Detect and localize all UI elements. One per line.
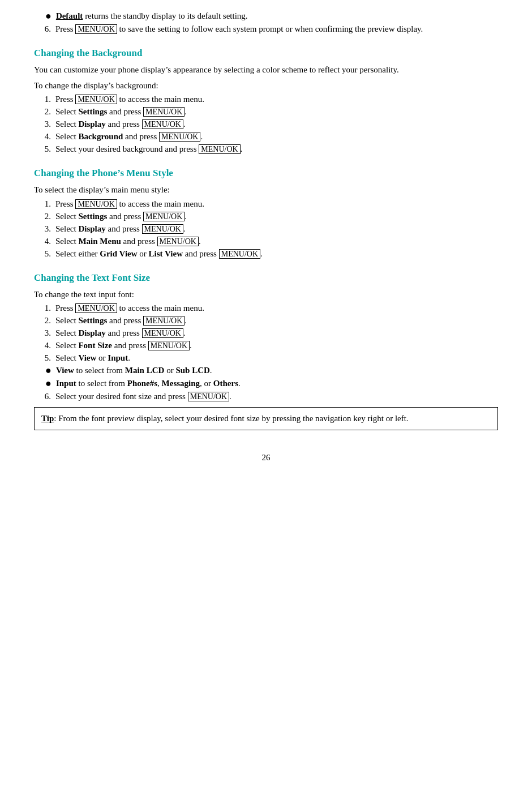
tip-box: Tip: From the font preview display, sele… bbox=[34, 407, 498, 430]
background-step2: 2. Select Settings and press MENU/OK. bbox=[34, 107, 498, 117]
menu-ok-key: MENU/OK bbox=[75, 303, 117, 313]
font-size-bullet-view: ● View to select from Main LCD or Sub LC… bbox=[45, 366, 498, 376]
section-menu-style: Changing the Phone’s Menu Style To selec… bbox=[34, 168, 498, 259]
section-font-size-steps: 1. Press MENU/OK to access the main menu… bbox=[34, 303, 498, 363]
section-background-para1: You can customize your phone display’s a… bbox=[34, 63, 498, 76]
font-size-view-text: View to select from Main LCD or Sub LCD. bbox=[56, 366, 498, 375]
menu-ok-key: MENU/OK bbox=[143, 212, 185, 221]
intro-step6-num: 6. bbox=[34, 24, 51, 34]
font-size-bullet-input: ● Input to select from Phone#s, Messagin… bbox=[45, 379, 498, 389]
font-size-step2: 2. Select Settings and press MENU/OK. bbox=[34, 316, 498, 326]
bullet-dot: ● bbox=[45, 378, 52, 389]
intro-bullet-text: Default returns the standby display to i… bbox=[56, 11, 498, 21]
font-size-step1: 1. Press MENU/OK to access the main menu… bbox=[34, 303, 498, 313]
menu-ok-key: MENU/OK bbox=[142, 328, 183, 338]
menu-ok-key: MENU/OK bbox=[199, 144, 240, 154]
section-menu-style-heading: Changing the Phone’s Menu Style bbox=[34, 168, 498, 179]
background-step3: 3. Select Display and press MENU/OK. bbox=[34, 119, 498, 129]
page-number: 26 bbox=[34, 453, 498, 463]
intro-bullet-default: ● Default returns the standby display to… bbox=[45, 11, 498, 22]
section-menu-style-para1: To select the display’s main menu style: bbox=[34, 183, 498, 196]
menu-ok-key: MENU/OK bbox=[157, 237, 199, 246]
menu-ok-key: MENU/OK bbox=[159, 132, 200, 142]
section-menu-style-steps: 1. Press MENU/OK to access the main menu… bbox=[34, 199, 498, 259]
background-step5: 5. Select your desired background and pr… bbox=[34, 144, 498, 154]
intro-step6: 6. Press MENU/OK to save the setting to … bbox=[34, 24, 498, 34]
bullet-dot: ● bbox=[45, 10, 52, 22]
menu-ok-key: MENU/OK bbox=[143, 316, 185, 326]
font-size-step3: 3. Select Display and press MENU/OK. bbox=[34, 328, 498, 338]
section-font-size-heading: Changing the Text Font Size bbox=[34, 272, 498, 284]
section-font-size-para1: To change the text input font: bbox=[34, 288, 498, 301]
menu-ok-key: MENU/OK bbox=[148, 341, 190, 350]
background-step4: 4. Select Background and press MENU/OK. bbox=[34, 132, 498, 142]
menu-ok-key: MENU/OK bbox=[75, 95, 117, 104]
section-font-size: Changing the Text Font Size To change th… bbox=[34, 272, 498, 430]
menu-ok-key: MENU/OK bbox=[75, 199, 117, 209]
font-size-step5: 5. Select View or Input. bbox=[34, 353, 498, 363]
font-size-input-text: Input to select from Phone#s, Messaging,… bbox=[56, 379, 498, 388]
menu-ok-key: MENU/OK bbox=[219, 249, 260, 259]
background-step1: 1. Press MENU/OK to access the main menu… bbox=[34, 95, 498, 104]
menu-style-step5: 5. Select either Grid View or List View … bbox=[34, 249, 498, 259]
menu-ok-key: MENU/OK bbox=[75, 24, 117, 34]
section-background-steps: 1. Press MENU/OK to access the main menu… bbox=[34, 95, 498, 154]
menu-style-step4: 4. Select Main Menu and press MENU/OK. bbox=[34, 237, 498, 246]
menu-style-step1: 1. Press MENU/OK to access the main menu… bbox=[34, 199, 498, 209]
section-background-heading: Changing the Background bbox=[34, 48, 498, 59]
menu-ok-key: MENU/OK bbox=[142, 119, 183, 129]
menu-ok-key: MENU/OK bbox=[142, 224, 183, 234]
section-background: Changing the Background You can customiz… bbox=[34, 48, 498, 154]
section-background-para2: To change the display’s background: bbox=[34, 79, 498, 92]
menu-ok-key: MENU/OK bbox=[188, 392, 229, 401]
intro-step6-text: Press MENU/OK to save the setting to fol… bbox=[55, 24, 498, 34]
menu-style-step2: 2. Select Settings and press MENU/OK. bbox=[34, 212, 498, 221]
menu-ok-key: MENU/OK bbox=[143, 107, 185, 117]
menu-style-step3: 3. Select Display and press MENU/OK. bbox=[34, 224, 498, 234]
font-size-step4: 4. Select Font Size and press MENU/OK. bbox=[34, 341, 498, 350]
font-size-step6: 6. Select your desired font size and pre… bbox=[34, 392, 498, 401]
bullet-dot: ● bbox=[45, 365, 52, 376]
